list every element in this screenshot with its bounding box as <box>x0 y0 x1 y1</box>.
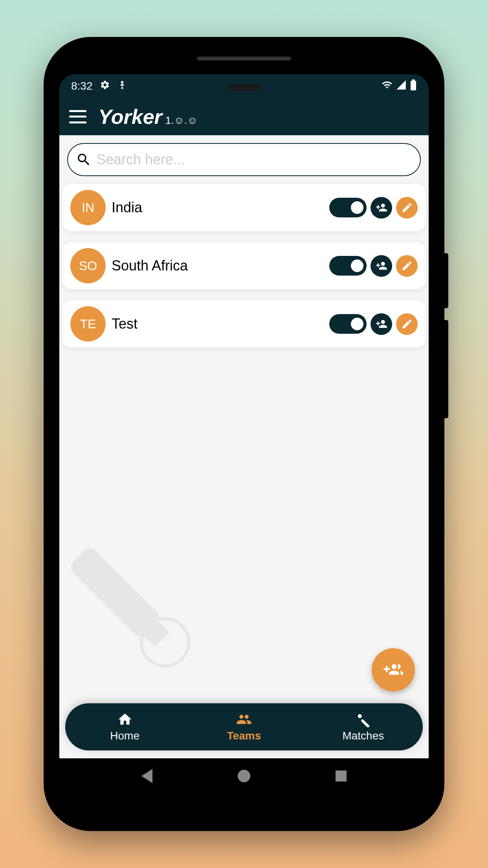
add-member-button[interactable] <box>371 313 392 335</box>
svg-point-0 <box>121 81 123 84</box>
power-button <box>444 253 448 308</box>
team-toggle[interactable] <box>329 256 367 276</box>
team-card[interactable]: SO South Africa <box>62 242 426 289</box>
team-actions <box>329 197 418 219</box>
android-nav-bar <box>59 758 429 794</box>
nav-teams-label: Teams <box>227 730 261 742</box>
team-card[interactable]: IN India <box>62 184 426 231</box>
menu-icon[interactable] <box>69 110 86 123</box>
bat-watermark-icon <box>59 530 205 688</box>
team-actions <box>329 313 418 335</box>
nav-teams[interactable]: Teams <box>184 712 303 742</box>
search-icon <box>76 152 92 167</box>
status-time: 8:32 <box>71 80 93 92</box>
edit-button[interactable] <box>396 255 418 277</box>
settings-icon <box>100 80 110 93</box>
bottom-nav: Home Teams Matches <box>65 703 423 750</box>
svg-rect-2 <box>412 79 415 81</box>
content-area: IN India SO South Africa <box>59 135 429 758</box>
home-button[interactable] <box>237 769 251 783</box>
nav-home-label: Home <box>110 730 139 742</box>
screen: 8:32 <box>59 74 429 794</box>
app-name: Yorker <box>98 105 162 129</box>
app-header: Yorker 1.☺.☺ <box>59 98 429 135</box>
team-avatar: TE <box>70 306 106 342</box>
team-name-label: South Africa <box>112 257 323 274</box>
back-button[interactable] <box>140 769 154 783</box>
team-toggle[interactable] <box>329 198 367 217</box>
team-list: IN India SO South Africa <box>59 184 429 348</box>
add-team-fab[interactable] <box>372 648 415 691</box>
battery-icon <box>410 79 417 93</box>
edit-button[interactable] <box>396 313 418 335</box>
volume-button <box>444 320 448 418</box>
add-member-button[interactable] <box>371 197 392 219</box>
team-actions <box>329 255 418 277</box>
location-icon <box>117 80 127 93</box>
status-bar: 8:32 <box>59 74 429 98</box>
signal-icon <box>396 79 407 93</box>
edit-button[interactable] <box>396 197 418 219</box>
nav-home[interactable]: Home <box>65 712 184 742</box>
team-name-label: Test <box>112 316 323 332</box>
status-left: 8:32 <box>71 80 127 93</box>
team-avatar: IN <box>70 190 106 225</box>
nav-matches-label: Matches <box>342 730 384 742</box>
team-card[interactable]: TE Test <box>62 300 426 348</box>
search-bar[interactable] <box>67 143 421 176</box>
nav-matches[interactable]: Matches <box>304 712 423 742</box>
phone-frame: 8:32 <box>44 37 444 831</box>
app-version: 1.☺.☺ <box>165 114 198 127</box>
search-container <box>59 135 429 184</box>
team-name-label: India <box>112 199 323 216</box>
app-title: Yorker 1.☺.☺ <box>98 105 198 129</box>
add-member-button[interactable] <box>371 255 392 277</box>
recent-button[interactable] <box>334 769 348 783</box>
svg-rect-7 <box>361 719 370 727</box>
search-input[interactable] <box>96 151 412 168</box>
team-avatar: SO <box>70 248 106 283</box>
wifi-icon <box>382 79 393 93</box>
svg-rect-1 <box>411 81 416 90</box>
svg-point-6 <box>358 714 362 718</box>
status-right <box>382 79 417 93</box>
team-toggle[interactable] <box>329 314 367 334</box>
